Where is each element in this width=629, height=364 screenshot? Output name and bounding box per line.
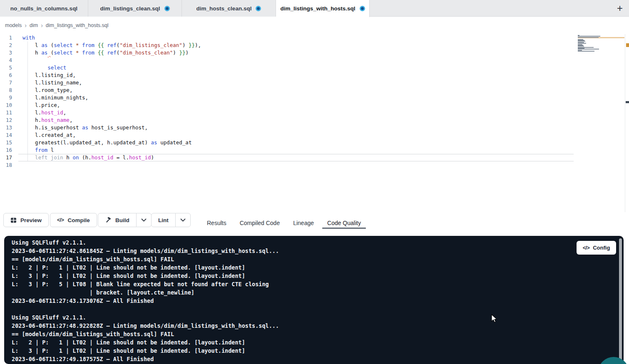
- code-line[interactable]: 7 l.listing_name,: [0, 79, 629, 87]
- panel-tab-code-quality[interactable]: Code Quality: [327, 212, 361, 229]
- tab-label: dim_listings_with_hosts.sql: [280, 5, 355, 12]
- code-line[interactable]: 9 l.minimum_nights,: [0, 94, 629, 102]
- editor-tab[interactable]: dim_hosts_clean.sql: [182, 0, 276, 17]
- editor-toolbar: Preview </> Compile Build: [0, 212, 629, 232]
- line-number: 1: [0, 34, 17, 42]
- line-number: 3: [0, 49, 17, 57]
- preview-label: Preview: [20, 217, 42, 223]
- code-line[interactable]: 13 h.is_superhost as host_is_superhost,: [0, 124, 629, 131]
- build-button[interactable]: Build: [98, 213, 136, 227]
- breadcrumb: models›dim›dim_listings_with_hosts.sql: [4, 17, 109, 34]
- line-number: 17: [0, 154, 17, 161]
- chevron-down-icon: [141, 218, 147, 222]
- breadcrumb-separator-icon: ›: [22, 22, 29, 29]
- file-header-row: models›dim›dim_listings_with_hosts.sql S…: [0, 17, 629, 34]
- terminal-line: L: 2 | P: 1 | LT02 | Line should not be …: [12, 338, 624, 347]
- code-line[interactable]: 16 from l: [0, 146, 629, 154]
- lint-dropdown-caret[interactable]: [175, 213, 190, 227]
- terminal-line: [12, 305, 624, 313]
- line-number: 7: [0, 79, 17, 87]
- terminal-scrollbar[interactable]: [619, 238, 622, 362]
- code-line[interactable]: 18: [0, 161, 629, 169]
- overview-ruler-position-marker: [626, 101, 629, 103]
- code-line[interactable]: 4: [0, 57, 629, 64]
- editor-tab[interactable]: dim_listings_clean.sql: [88, 0, 182, 17]
- code-brackets-icon: </>: [57, 217, 64, 223]
- active-tab-underline: [322, 228, 366, 229]
- editor-tab[interactable]: dim_listings_with_hosts.sql: [276, 0, 370, 17]
- terminal-line: 2023-06-06T11:27:48.922828Z – Linting mo…: [12, 322, 624, 330]
- panel-tab-results[interactable]: Results: [207, 212, 226, 229]
- compile-button[interactable]: </> Compile: [50, 213, 97, 227]
- tab-label: dim_listings_clean.sql: [100, 5, 160, 12]
- code-text: with: [17, 34, 35, 42]
- modified-dot-icon: [256, 6, 261, 11]
- preview-grid-icon: [10, 217, 17, 223]
- code-line[interactable]: 15 greatest(l.updated_at, h.updated_at) …: [0, 139, 629, 146]
- editor-tab-bar: no_nulls_in_columns.sqldim_listings_clea…: [0, 0, 629, 17]
- code-line[interactable]: 8 l.room_type,: [0, 87, 629, 94]
- code-line[interactable]: 14 l.created_at,: [0, 131, 629, 139]
- line-number: 12: [0, 116, 17, 124]
- terminal-line: Using SQLFluff v2.1.1.: [12, 313, 624, 322]
- overview-ruler-warning-marker: [626, 43, 629, 47]
- code-line[interactable]: 3 h as (select * from {{ ref("dim_hosts_…: [0, 49, 629, 57]
- indent-guide: [27, 42, 28, 161]
- build-dropdown-caret[interactable]: [136, 213, 151, 227]
- terminal-line: | bracket. [layout.cte_newline]: [12, 288, 624, 297]
- terminal-line: == [models/dim/dim_listings_with_hosts.s…: [12, 330, 624, 338]
- line-number: 11: [0, 109, 17, 116]
- new-tab-button[interactable]: +: [611, 0, 629, 17]
- line-number: 5: [0, 64, 17, 72]
- code-line[interactable]: 10 l.price,: [0, 102, 629, 109]
- editor-tab[interactable]: no_nulls_in_columns.sql: [0, 0, 88, 17]
- result-panel-tabs: ResultsCompiled CodeLineageCode Quality: [207, 212, 361, 229]
- code-text: l.created_at,: [17, 131, 76, 139]
- minimap[interactable]: [578, 35, 624, 54]
- panel-tab-lineage[interactable]: Lineage: [293, 212, 314, 229]
- code-text: select: [17, 64, 66, 72]
- code-text: from l: [17, 146, 54, 154]
- code-editor[interactable]: 1with2 l as (select * from {{ ref("dim_l…: [0, 34, 629, 212]
- line-number: 10: [0, 102, 17, 109]
- line-number: 9: [0, 94, 17, 102]
- code-text: h.host_name,: [17, 116, 72, 124]
- code-text: [17, 57, 22, 64]
- code-line[interactable]: 5 select: [0, 64, 629, 72]
- code-line[interactable]: 1with: [0, 34, 629, 42]
- config-button[interactable]: </> Config: [577, 241, 616, 255]
- code-text: l.host_id,: [17, 109, 66, 116]
- terminal-line: 2023-06-06T11:27:43.173076Z – All Finish…: [12, 297, 624, 305]
- lint-button[interactable]: Lint: [152, 213, 175, 227]
- terminal-line: L: 2 | P: 1 | LT02 | Line should not be …: [12, 263, 624, 272]
- code-line[interactable]: 6 l.listing_id,: [0, 72, 629, 79]
- code-line[interactable]: 11 l.host_id,: [0, 109, 629, 116]
- lint-output-terminal: Using SQLFluff v2.1.1.2023-06-06T11:27:4…: [4, 236, 624, 364]
- code-text: l as (select * from {{ ref("dim_listings…: [17, 42, 201, 49]
- build-split-button: Build: [98, 213, 152, 227]
- code-text: l.listing_id,: [17, 72, 76, 79]
- breadcrumb-item[interactable]: dim_listings_with_hosts.sql: [45, 22, 109, 28]
- code-line[interactable]: 2 l as (select * from {{ ref("dim_listin…: [0, 42, 629, 49]
- dbt-cloud-ide: no_nulls_in_columns.sqldim_listings_clea…: [0, 0, 629, 364]
- line-number: 2: [0, 42, 17, 49]
- breadcrumb-item[interactable]: dim: [29, 22, 39, 28]
- code-text: l.listing_name,: [17, 79, 82, 87]
- lint-label: Lint: [158, 217, 169, 223]
- chevron-down-icon: [180, 218, 186, 222]
- code-text: h.is_superhost as host_is_superhost,: [17, 124, 148, 131]
- code-lines: 1with2 l as (select * from {{ ref("dim_l…: [0, 34, 629, 169]
- modified-dot-icon: [164, 6, 170, 11]
- line-number: 13: [0, 124, 17, 131]
- code-line[interactable]: 17 left join h on (h.host_id = l.host_id…: [0, 154, 629, 161]
- line-number: 14: [0, 131, 17, 139]
- modified-dot-icon: [360, 6, 365, 11]
- line-number: 8: [0, 87, 17, 94]
- terminal-line: L: 3 | P: 1 | LT02 | Line should not be …: [12, 347, 624, 355]
- panel-tab-compiled-code[interactable]: Compiled Code: [240, 212, 280, 229]
- line-number: 6: [0, 72, 17, 79]
- code-line[interactable]: 12 h.host_name,: [0, 116, 629, 124]
- breadcrumb-item[interactable]: models: [4, 22, 22, 28]
- preview-button[interactable]: Preview: [3, 213, 49, 227]
- terminal-line: 2023-06-06T11:27:49.187575Z – All Finish…: [12, 355, 624, 363]
